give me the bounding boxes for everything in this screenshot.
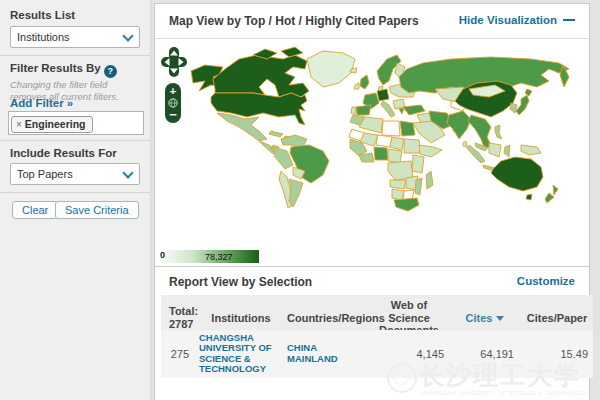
sidebar: Results List Institutions Filter Results… (0, 0, 151, 400)
map-view-header: Map View by Top / Hot / Highly Cited Pap… (155, 4, 589, 39)
country-ireland[interactable] (354, 83, 359, 89)
legend-max: 78,327 (205, 252, 233, 262)
country-portugal[interactable] (351, 107, 356, 115)
country-sudan[interactable] (404, 139, 421, 153)
country-namibia[interactable] (392, 189, 404, 200)
sort-descending-icon (496, 316, 504, 321)
chevron-down-icon (122, 167, 133, 178)
country-new-guinea[interactable] (521, 145, 541, 155)
country-sulawesi[interactable] (504, 145, 510, 157)
country-greenland[interactable] (307, 51, 355, 87)
country-australia[interactable] (491, 157, 543, 191)
map-legend: 0 78,327 (159, 247, 269, 263)
country-ethiopia[interactable] (419, 145, 442, 157)
country-mexico[interactable] (217, 113, 267, 141)
map-view-title: Map View by Top / Hot / Highly Cited Pap… (169, 14, 419, 28)
country-iceland[interactable] (350, 68, 357, 73)
include-results-label: Include Results For (10, 147, 117, 159)
collapse-icon (563, 19, 575, 21)
choropleth-world-map[interactable] (155, 43, 589, 243)
country-libya[interactable] (382, 121, 400, 136)
add-filter-link[interactable]: Add Filter » (10, 97, 73, 109)
country-nz-south[interactable] (545, 193, 554, 203)
sidebar-divider (0, 192, 150, 193)
country-mozambique[interactable] (415, 178, 422, 195)
help-question-icon[interactable]: ? (104, 65, 117, 78)
country-cuba[interactable] (269, 131, 283, 137)
country-kenya-tanzania[interactable] (412, 155, 424, 173)
report-view-title: Report View by Selection (169, 275, 312, 289)
zoom-in-button: + (170, 85, 176, 97)
country-nigeria[interactable] (374, 147, 388, 160)
save-criteria-button[interactable]: Save Criteria (55, 201, 139, 219)
country-india[interactable] (447, 111, 471, 139)
row-institution-link[interactable]: CHANGSHA UNIVERSITY OF SCIENCE & TECHNOL… (197, 330, 285, 378)
country-borneo[interactable] (489, 143, 501, 157)
country-hokkaido[interactable] (525, 89, 532, 96)
zoom-out-button: − (169, 107, 177, 122)
customize-link[interactable]: Customize (517, 275, 575, 287)
column-institutions[interactable]: Institutions (197, 308, 285, 329)
watermark-english: CHANGSHA UNIVERSITY OF SCIENCE & TECHNOL… (421, 390, 588, 396)
include-results-select[interactable]: Top Papers (10, 163, 140, 185)
country-brazil[interactable] (290, 145, 329, 183)
filter-tag-engineering[interactable]: ×Engineering (11, 116, 93, 133)
row-cites: 64,191 (449, 345, 521, 363)
report-view-header: Report View by Selection Customize (155, 267, 589, 295)
results-list-label: Results List (10, 9, 75, 21)
country-turkey[interactable] (403, 105, 425, 115)
table-row: 275 CHANGSHA UNIVERSITY OF SCIENCE & TEC… (161, 330, 593, 378)
map-pan-control[interactable] (161, 47, 187, 77)
country-madagascar[interactable] (426, 171, 433, 189)
row-count: 275 (161, 345, 197, 363)
filter-tag-label: Engineering (25, 118, 86, 130)
map-zoom-control[interactable]: + − (165, 83, 181, 123)
row-documents: 4,145 (369, 345, 449, 363)
column-cites-sorted[interactable]: Cites (449, 308, 521, 329)
country-uk[interactable] (360, 75, 369, 89)
results-list-select[interactable]: Institutions (10, 26, 140, 48)
include-results-value: Top Papers (17, 168, 73, 180)
country-tasmania[interactable] (526, 194, 532, 200)
country-italy[interactable] (381, 101, 395, 117)
country-spain[interactable] (356, 105, 371, 115)
main-panel: Map View by Top / Hot / Highly Cited Pap… (154, 3, 590, 400)
country-japan[interactable] (516, 95, 529, 115)
country-sri-lanka[interactable] (463, 141, 467, 147)
sidebar-divider (0, 55, 150, 56)
country-ghana-ivory[interactable] (359, 153, 374, 162)
country-cameroon[interactable] (388, 149, 402, 163)
column-countries-regions[interactable]: Countries/Regions (285, 308, 369, 329)
country-nz-north[interactable] (553, 185, 558, 195)
country-philippines[interactable] (495, 125, 502, 139)
country-niger[interactable] (376, 135, 392, 147)
row-cites-per-paper: 15.49 (521, 345, 593, 363)
row-country-link[interactable]: CHINA MAINLAND (285, 340, 369, 367)
country-argentina[interactable] (289, 179, 303, 207)
country-greece[interactable] (399, 108, 404, 114)
sidebar-divider (0, 140, 150, 141)
active-filters-box: ×Engineering (8, 111, 144, 135)
esi-app: Results List Institutions Filter Results… (0, 0, 600, 400)
filter-results-label: Filter Results By? (10, 62, 117, 78)
country-egypt[interactable] (400, 121, 415, 136)
hide-visualization-link[interactable]: Hide Visualization (459, 14, 575, 26)
country-angola[interactable] (390, 180, 406, 189)
clear-button[interactable]: Clear (12, 201, 58, 219)
country-chad[interactable] (390, 137, 404, 150)
world-map-area: + − 0 78,327 (155, 39, 589, 267)
country-arctic-island-2[interactable] (281, 47, 303, 57)
results-list-value: Institutions (17, 31, 70, 43)
country-south-africa[interactable] (394, 198, 419, 211)
chevron-down-icon (122, 30, 133, 41)
legend-min: 0 (160, 250, 165, 260)
country-canada[interactable] (213, 55, 309, 97)
country-germany[interactable] (377, 89, 389, 101)
column-cites-per-paper[interactable]: Cites/Paper (521, 308, 593, 329)
remove-filter-icon[interactable]: × (16, 119, 22, 130)
